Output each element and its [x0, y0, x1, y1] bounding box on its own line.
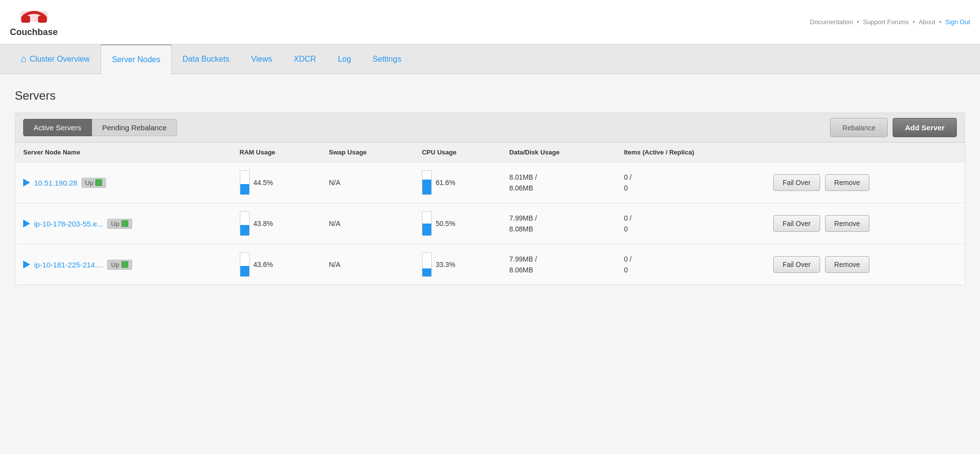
swap-usage-cell: N/A: [321, 203, 414, 244]
swap-usage-cell: N/A: [321, 162, 414, 203]
col-header-disk: Data/Disk Usage: [501, 143, 616, 162]
server-table: Server Node Name RAM Usage Swap Usage CP…: [15, 143, 965, 285]
cpu-bar-fill: [422, 224, 431, 235]
tab-server-nodes[interactable]: Server Nodes: [101, 44, 172, 74]
cpu-usage-text: 61.6%: [436, 179, 455, 187]
ram-usage-text: 43.8%: [254, 220, 273, 227]
cpu-usage-text: 33.3%: [436, 261, 455, 268]
support-forums-link[interactable]: Support Forums: [863, 18, 909, 26]
ram-bar-fill: [240, 184, 249, 194]
sign-out-link[interactable]: Sign Out: [945, 18, 970, 26]
table-row: ip-10-181-225-214.... Up 43.6% N/A 33.3%…: [15, 244, 965, 285]
rebalance-button[interactable]: Rebalance: [830, 118, 888, 137]
cpu-bar: [422, 252, 432, 277]
remove-button[interactable]: Remove: [825, 215, 869, 232]
disk-usage-cell: 8.01MB /8.06MB: [501, 162, 616, 203]
ram-usage-text: 43.6%: [254, 261, 273, 268]
sub-tab-active-servers[interactable]: Active Servers: [23, 119, 92, 136]
status-label: Up: [111, 220, 119, 227]
col-header-name: Server Node Name: [15, 143, 232, 162]
col-header-items: Items (Active / Replica): [616, 143, 765, 162]
status-label: Up: [85, 179, 94, 187]
items-cell: 0 /0: [616, 203, 765, 244]
tab-settings[interactable]: Settings: [362, 44, 412, 74]
fail-over-button[interactable]: Fail Over: [773, 174, 820, 191]
server-name-link[interactable]: ip-10-181-225-214....: [34, 261, 103, 269]
ram-bar: [240, 170, 250, 195]
ram-usage-text: 44.5%: [254, 179, 273, 187]
svg-rect-1: [21, 16, 30, 23]
svg-rect-2: [38, 16, 47, 23]
main-content: Servers Active Servers Pending Rebalance…: [0, 74, 980, 454]
server-name-link[interactable]: 10.51.190.28: [34, 179, 77, 187]
tab-cluster-overview[interactable]: ⌂ Cluster Overview: [10, 44, 101, 74]
tab-xdcr[interactable]: XDCR: [283, 44, 327, 74]
items-cell: 0 /0: [616, 162, 765, 203]
expand-icon[interactable]: [23, 220, 30, 227]
status-badge: Up: [107, 260, 132, 270]
sub-tabs-left: Active Servers Pending Rebalance: [23, 119, 177, 136]
actions-cell: Fail Over Remove: [765, 244, 965, 285]
status-dot: [121, 261, 128, 268]
ram-usage-cell: 44.5%: [240, 170, 313, 195]
logo-area: Couchbase: [10, 6, 58, 38]
tab-log[interactable]: Log: [327, 44, 362, 74]
remove-button[interactable]: Remove: [825, 174, 869, 191]
sub-tabs-bar: Active Servers Pending Rebalance Rebalan…: [15, 113, 965, 143]
table-row: ip-10-178-203-55.e... Up 43.8% N/A 50.5%…: [15, 203, 965, 244]
table-row: 10.51.190.28 Up 44.5% N/A 61.6% 8.01MB /…: [15, 162, 965, 203]
tab-nav: ⌂ Cluster Overview Server Nodes Data Buc…: [0, 44, 980, 74]
add-server-button[interactable]: Add Server: [893, 118, 957, 137]
top-header: Couchbase Documentation • Support Forums…: [0, 0, 980, 44]
fail-over-button[interactable]: Fail Over: [773, 256, 820, 273]
remove-button[interactable]: Remove: [825, 256, 869, 273]
cpu-usage-cell: 33.3%: [422, 252, 493, 277]
col-header-swap: Swap Usage: [321, 143, 414, 162]
table-header-row: Server Node Name RAM Usage Swap Usage CP…: [15, 143, 965, 162]
cpu-bar-fill: [422, 268, 431, 276]
tab-data-buckets[interactable]: Data Buckets: [172, 44, 240, 74]
col-header-cpu: CPU Usage: [414, 143, 501, 162]
ram-usage-cell: 43.6%: [240, 252, 313, 277]
status-label: Up: [111, 261, 119, 268]
server-name-cell: ip-10-178-203-55.e... Up: [23, 219, 224, 229]
server-panel: Active Servers Pending Rebalance Rebalan…: [15, 113, 965, 285]
tab-views[interactable]: Views: [240, 44, 283, 74]
logo-text: Couchbase: [10, 27, 58, 38]
col-header-actions: [765, 143, 965, 162]
cpu-bar: [422, 211, 432, 236]
fail-over-button[interactable]: Fail Over: [773, 215, 820, 232]
server-name-link[interactable]: ip-10-178-203-55.e...: [34, 220, 103, 228]
items-cell: 0 /0: [616, 244, 765, 285]
actions-cell: Fail Over Remove: [765, 162, 965, 203]
server-name-cell: 10.51.190.28 Up: [23, 178, 224, 188]
page-title: Servers: [15, 89, 965, 103]
about-link[interactable]: About: [919, 18, 936, 26]
swap-usage-cell: N/A: [321, 244, 414, 285]
cpu-bar-fill: [422, 180, 431, 194]
ram-bar-fill: [240, 266, 249, 276]
server-name-cell: ip-10-181-225-214.... Up: [23, 260, 224, 270]
cpu-usage-cell: 61.6%: [422, 170, 493, 195]
top-nav-links: Documentation • Support Forums • About •…: [810, 18, 970, 26]
ram-bar: [240, 211, 250, 236]
disk-usage-cell: 7.99MB /8.08MB: [501, 203, 616, 244]
cpu-bar: [422, 170, 432, 195]
ram-bar: [240, 252, 250, 277]
disk-usage-cell: 7.99MB /8.06MB: [501, 244, 616, 285]
ram-bar-fill: [240, 225, 249, 235]
expand-icon[interactable]: [23, 179, 30, 187]
documentation-link[interactable]: Documentation: [810, 18, 853, 26]
ram-usage-cell: 43.8%: [240, 211, 313, 236]
cpu-usage-text: 50.5%: [436, 220, 455, 227]
status-dot: [95, 179, 102, 186]
sub-tab-pending-rebalance[interactable]: Pending Rebalance: [92, 119, 177, 136]
expand-icon[interactable]: [23, 261, 30, 268]
status-badge: Up: [81, 178, 107, 188]
status-dot: [121, 220, 128, 227]
home-icon: ⌂: [21, 53, 27, 65]
actions-cell: Fail Over Remove: [765, 203, 965, 244]
col-header-ram: RAM Usage: [232, 143, 321, 162]
cpu-usage-cell: 50.5%: [422, 211, 493, 236]
status-badge: Up: [107, 219, 132, 229]
